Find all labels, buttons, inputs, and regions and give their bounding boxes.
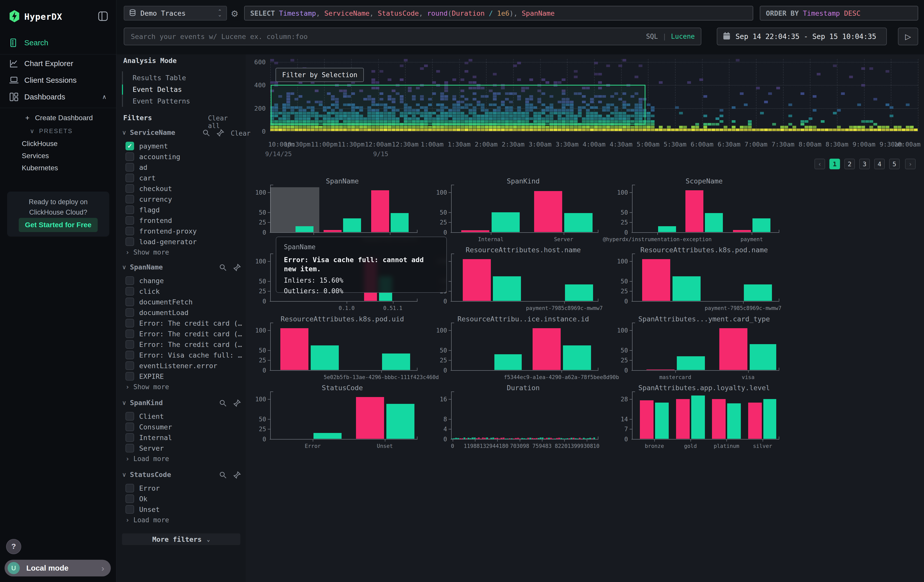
pin-icon[interactable] bbox=[233, 471, 241, 480]
inlier-bar[interactable] bbox=[673, 276, 701, 301]
analysis-mode-results-table[interactable]: Results Table bbox=[133, 74, 186, 82]
filter-option-load-generator[interactable]: load-generator bbox=[125, 237, 197, 246]
clear-filter-link[interactable]: Clear bbox=[231, 130, 251, 137]
outlier-bar[interactable] bbox=[371, 190, 389, 232]
search-icon[interactable] bbox=[219, 399, 227, 408]
filter-option-flagd[interactable]: flagd bbox=[125, 206, 160, 214]
select-query-input[interactable]: SELECT Timestamp, ServiceName, StatusCod… bbox=[244, 6, 753, 20]
inlier-bar[interactable] bbox=[494, 354, 522, 370]
filter-option-expire[interactable]: EXPIRE bbox=[125, 372, 164, 381]
inlier-bar[interactable] bbox=[382, 353, 410, 370]
outlier-bar[interactable] bbox=[323, 230, 342, 232]
inlier-bar[interactable] bbox=[564, 213, 592, 232]
checkbox[interactable] bbox=[125, 372, 134, 381]
filter-option-checkout[interactable]: checkout bbox=[125, 184, 172, 193]
sidebar-item-search[interactable]: Search bbox=[9, 38, 107, 48]
filter-option-error-the-credit-card-[interactable]: Error: The credit card (… bbox=[125, 340, 242, 349]
source-select[interactable]: Demo Traces ⌃⌄ bbox=[124, 6, 227, 20]
sidebar-item-services[interactable]: Services bbox=[22, 152, 49, 160]
search-icon[interactable] bbox=[202, 129, 210, 138]
filter-option-ok[interactable]: Ok bbox=[125, 495, 147, 503]
pagination-page-1[interactable]: 1 bbox=[829, 159, 840, 169]
inlier-bar[interactable] bbox=[343, 218, 361, 232]
filter-option-payment[interactable]: ✓payment bbox=[125, 142, 168, 150]
outlier-bar[interactable] bbox=[534, 191, 562, 232]
sidebar-item-kubernetes[interactable]: Kubernetes bbox=[22, 164, 58, 172]
analysis-mode-event-deltas[interactable]: Event Deltas bbox=[133, 86, 182, 93]
filter-option-ad[interactable]: ad bbox=[125, 163, 147, 171]
create-dashboard-button[interactable]: + Create Dashboard bbox=[25, 114, 93, 122]
get-started-button[interactable]: Get Started for Free bbox=[19, 218, 98, 232]
help-button[interactable]: ? bbox=[6, 539, 21, 554]
pagination-prev[interactable]: ‹ bbox=[814, 159, 825, 169]
filter-option-click[interactable]: click bbox=[125, 287, 160, 295]
checkbox[interactable]: ✓ bbox=[125, 142, 134, 150]
inlier-bar[interactable] bbox=[391, 213, 409, 232]
filter-option-error[interactable]: Error bbox=[125, 484, 160, 493]
outlier-bar[interactable] bbox=[356, 397, 384, 439]
checkbox[interactable] bbox=[125, 505, 134, 514]
sql-toggle-option[interactable]: SQL bbox=[646, 33, 658, 40]
checkbox[interactable] bbox=[125, 361, 134, 370]
outlier-bar[interactable] bbox=[685, 190, 703, 232]
checkbox[interactable] bbox=[125, 412, 134, 420]
inlier-bar[interactable] bbox=[744, 284, 772, 301]
inlier-bar[interactable] bbox=[763, 399, 776, 439]
filter-option-documentfetch[interactable]: documentFetch bbox=[125, 298, 193, 306]
outlier-bar[interactable] bbox=[533, 328, 561, 370]
filter-option-error-visa-cache-full-[interactable]: Error: Visa cache full: … bbox=[125, 351, 242, 359]
checkbox[interactable] bbox=[125, 298, 134, 306]
run-query-button[interactable]: ▷ bbox=[898, 28, 918, 45]
pagination-page-3[interactable]: 3 bbox=[859, 159, 870, 169]
checkbox[interactable] bbox=[125, 484, 134, 493]
pin-icon[interactable] bbox=[216, 129, 224, 138]
checkbox[interactable] bbox=[125, 308, 134, 317]
sidebar-collapse-icon[interactable] bbox=[98, 11, 108, 21]
checkbox[interactable] bbox=[125, 163, 134, 171]
more-filters-button[interactable]: More filters ⌄ bbox=[122, 533, 240, 545]
checkbox[interactable] bbox=[125, 495, 134, 503]
outlier-bar[interactable] bbox=[748, 402, 762, 439]
filter-option-frontend-proxy[interactable]: frontend-proxy bbox=[125, 227, 197, 235]
inlier-bar[interactable] bbox=[314, 433, 342, 439]
filter-option-internal[interactable]: Internal bbox=[125, 433, 172, 442]
outlier-bar[interactable] bbox=[461, 230, 489, 232]
filter-option-currency[interactable]: currency bbox=[125, 195, 172, 203]
filter-option-client[interactable]: Client bbox=[125, 412, 164, 420]
checkbox[interactable] bbox=[125, 152, 134, 161]
analysis-mode-event-patterns[interactable]: Event Patterns bbox=[133, 97, 190, 105]
presets-toggle[interactable]: ∨PRESETS bbox=[30, 127, 73, 135]
filter-group-footer[interactable]: › Load more bbox=[125, 516, 169, 524]
inlier-bar[interactable] bbox=[705, 213, 723, 232]
date-range-picker[interactable]: Sep 14 22:04:35 - Sep 15 10:04:35 bbox=[717, 28, 887, 45]
inlier-bar[interactable] bbox=[752, 218, 771, 232]
checkbox[interactable] bbox=[125, 173, 134, 182]
filter-option-error-the-credit-card-[interactable]: Error: The credit card (… bbox=[125, 330, 242, 338]
search-input[interactable] bbox=[130, 32, 646, 41]
order-by-input[interactable]: ORDER BY Timestamp DESC bbox=[760, 6, 918, 20]
checkbox[interactable] bbox=[125, 287, 134, 295]
checkbox[interactable] bbox=[125, 330, 134, 338]
filter-option-consumer[interactable]: Consumer bbox=[125, 422, 172, 431]
inlier-bar[interactable] bbox=[691, 396, 705, 439]
sidebar-item-clickhouse[interactable]: ClickHouse bbox=[22, 140, 58, 148]
inlier-bar[interactable] bbox=[493, 276, 521, 301]
checkbox[interactable] bbox=[125, 351, 134, 359]
checkbox[interactable] bbox=[125, 444, 134, 452]
filter-option-frontend[interactable]: frontend bbox=[125, 216, 172, 225]
filter-group-footer[interactable]: › Show more bbox=[125, 249, 169, 256]
checkbox[interactable] bbox=[125, 319, 134, 327]
filter-option-documentload[interactable]: documentLoad bbox=[125, 308, 188, 317]
filter-option-unset[interactable]: Unset bbox=[125, 505, 160, 514]
outlier-bar[interactable] bbox=[712, 399, 726, 439]
outlier-bar[interactable] bbox=[463, 259, 491, 301]
checkbox[interactable] bbox=[125, 340, 134, 349]
pagination-next[interactable]: › bbox=[905, 159, 916, 169]
filter-group-footer[interactable]: › Show more bbox=[125, 383, 169, 391]
filter-by-selection-button[interactable]: Filter by Selection bbox=[276, 68, 364, 82]
checkbox[interactable] bbox=[125, 433, 134, 442]
outlier-bar[interactable] bbox=[719, 328, 747, 370]
pagination-page-2[interactable]: 2 bbox=[844, 159, 855, 169]
filter-option-error-the-credit-card-[interactable]: Error: The credit card (… bbox=[125, 319, 242, 327]
checkbox[interactable] bbox=[125, 216, 134, 225]
